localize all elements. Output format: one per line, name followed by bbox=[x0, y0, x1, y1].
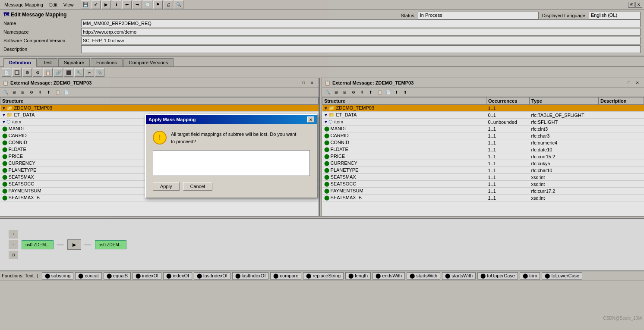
dialog-overlay: Apply Mass Mapping ✕ ! All target field … bbox=[0, 0, 644, 330]
dialog-title-text: Apply Mass Mapping bbox=[148, 117, 196, 122]
dialog-titlebar: Apply Mass Mapping ✕ bbox=[146, 115, 317, 124]
dialog-textarea[interactable] bbox=[153, 150, 310, 176]
dialog-close-btn[interactable]: ✕ bbox=[307, 116, 314, 123]
dialog-message: ! All target field mappings of subtree w… bbox=[153, 131, 310, 145]
dialog-buttons: Apply Cancel bbox=[153, 182, 310, 191]
dialog-body: ! All target field mappings of subtree w… bbox=[146, 124, 317, 198]
apply-mass-mapping-dialog: Apply Mass Mapping ✕ ! All target field … bbox=[145, 114, 318, 198]
dialog-apply-btn[interactable]: Apply bbox=[153, 182, 180, 191]
dialog-cancel-btn[interactable]: Cancel bbox=[183, 182, 212, 191]
dialog-text: All target field mappings of subtree wil… bbox=[171, 131, 296, 145]
warning-icon: ! bbox=[153, 131, 167, 145]
